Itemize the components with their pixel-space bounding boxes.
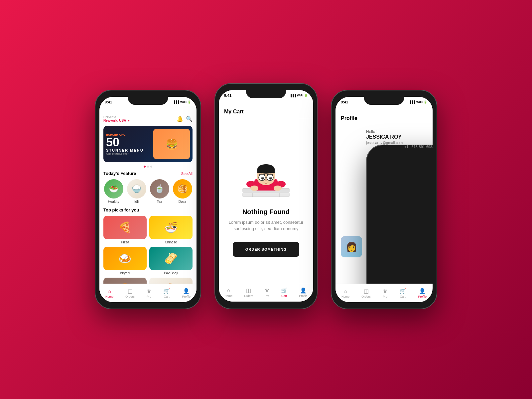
nav-cart-label-c: Cart xyxy=(281,294,287,298)
nav-cart-label-p: Cart xyxy=(400,295,406,298)
banner-dots xyxy=(103,166,193,168)
user-hello: Hello ! xyxy=(366,129,433,134)
wifi-icon-cart: WiFi xyxy=(297,94,303,97)
nav-profile[interactable]: 👤 Profile xyxy=(182,288,191,298)
signal-icon-cart: ▐▐▐ xyxy=(290,94,296,97)
nav-profile-label-p: Profile xyxy=(418,295,427,298)
profile-icon-c: 👤 xyxy=(300,287,307,294)
nav-home-p[interactable]: ⌂ Home xyxy=(341,288,349,298)
nav-cart-c[interactable]: 🛒 Cart xyxy=(281,287,288,298)
user-card: 👩 Hello ! JESSICA ROY jessicaroy@gmail.c… xyxy=(335,125,433,302)
svg-point-19 xyxy=(274,186,282,191)
food-card-pizza[interactable]: 🍕 Pizza xyxy=(103,216,147,244)
battery-icon-p: 🔋 xyxy=(424,100,427,104)
nav-profile-c[interactable]: 👤 Profile xyxy=(299,287,308,298)
phone-cart: 9:41 ▐▐▐ WiFi 🔋 My Cart xyxy=(214,83,318,309)
dot-3[interactable] xyxy=(150,166,152,168)
nav-home-label: Home xyxy=(105,295,113,298)
nav-pro-p[interactable]: ♛ Pro xyxy=(383,288,387,298)
nav-cart[interactable]: 🛒 Cart xyxy=(163,288,170,298)
section-title-picks: Top picks for you xyxy=(103,207,139,212)
food-sq-pavbhaji: 🫔 xyxy=(149,247,193,270)
empty-cart-illustration xyxy=(236,155,296,208)
notch xyxy=(128,97,168,105)
phone-home-screen: 9:41 ▐▐▐ WiFi 🔋 Deliver to Newyork, USA … xyxy=(99,97,197,302)
pro-icon-c: ♛ xyxy=(265,287,269,294)
profile-page-title: Profile xyxy=(335,115,433,125)
phone-profile: 9:41 ▐▐▐ WiFi 🔋 Profile 👩 Hello ! JESSIC… xyxy=(331,90,437,309)
food-name-chinese: Chinese xyxy=(165,240,177,244)
nav-home[interactable]: ⌂ Home xyxy=(105,288,113,298)
dot-2[interactable] xyxy=(147,166,149,168)
nav-pro-c[interactable]: ♛ Pro xyxy=(265,287,269,298)
food-name-idli: Idli xyxy=(134,200,139,203)
svg-rect-1 xyxy=(243,193,289,197)
nav-pro-label-c: Pro xyxy=(265,294,269,298)
food-item-idli[interactable]: 🍚 Idli xyxy=(126,179,147,203)
nav-profile-label: Profile xyxy=(182,295,191,298)
cart-icon-c: 🛒 xyxy=(281,287,288,294)
home-icon-p: ⌂ xyxy=(344,288,347,294)
nav-cart-label: Cart xyxy=(164,295,170,298)
see-all-feature[interactable]: See All xyxy=(181,172,193,176)
food-circle-dosa: 🥞 xyxy=(173,179,192,199)
order-something-button[interactable]: ORDER SOMETHING xyxy=(233,242,299,257)
profile-icon: 👤 xyxy=(183,288,190,294)
nav-pro[interactable]: ♛ Pro xyxy=(147,288,151,298)
svg-point-16 xyxy=(271,177,272,178)
nav-pro-label-p: Pro xyxy=(383,295,387,298)
banner-number: 50 xyxy=(106,136,151,148)
orders-icon-p: ◫ xyxy=(364,288,369,294)
nav-home-c[interactable]: ⌂ Home xyxy=(224,288,232,298)
phone-profile-screen: 9:41 ▐▐▐ WiFi 🔋 Profile 👩 Hello ! JESSIC… xyxy=(335,97,433,302)
bottom-nav-cart: ⌂ Home ◫ Orders ♛ Pro 🛒 Cart 👤 Profile xyxy=(219,283,313,302)
user-email: jessicaroy@gmail.com xyxy=(366,141,433,145)
nothing-found-title: Nothing Found xyxy=(242,208,290,216)
picks-grid-1: 🍕 Pizza 🍜 Chinese 🍛 Biryani 🫔 Pav Bhaji xyxy=(103,216,193,275)
nav-profile-p[interactable]: 👤 Profile xyxy=(418,288,427,298)
food-item-tea[interactable]: 🍵 Tea xyxy=(149,179,170,203)
nav-orders-label-c: Orders xyxy=(244,294,253,298)
nav-orders-p[interactable]: ◫ Orders xyxy=(361,288,371,298)
nav-orders-label: Orders xyxy=(125,295,135,298)
food-item-dosa[interactable]: 🥞 Dosa xyxy=(172,179,193,203)
orders-icon: ◫ xyxy=(128,288,133,294)
search-icon[interactable]: 🔍 xyxy=(186,116,193,122)
banner-bg: BURGER KING 50 STUNNER MENU App exclusiv… xyxy=(103,126,193,162)
user-avatar: 👩 xyxy=(341,236,362,257)
time-home: 9:41 xyxy=(105,100,112,104)
wifi-icon: WiFi xyxy=(180,100,187,104)
food-sq-biryani: 🍛 xyxy=(103,247,147,270)
pro-icon: ♛ xyxy=(147,288,151,294)
cart-empty-area: Nothing Found Lorem ipsum dolor sit amet… xyxy=(219,119,313,292)
food-item-healthy[interactable]: 🥗 Healthy xyxy=(103,179,124,203)
nav-orders[interactable]: ◫ Orders xyxy=(125,288,135,298)
banner-title: STUNNER MENU xyxy=(106,148,151,152)
nothing-found-desc: Lorem ipsum dolor sit amet, consetetur s… xyxy=(225,219,307,232)
svg-rect-10 xyxy=(257,169,275,173)
food-name-dosa: Dosa xyxy=(179,200,186,203)
today-feature-header: Today's Feature See All xyxy=(103,171,193,176)
deliver-location[interactable]: Newyork, USA ▼ xyxy=(103,119,130,122)
orders-icon-c: ◫ xyxy=(246,287,251,294)
bottom-nav-profile: ⌂ Home ◫ Orders ♛ Pro 🛒 Cart 👤 Profile xyxy=(335,284,433,302)
food-card-chinese[interactable]: 🍜 Chinese xyxy=(149,216,193,244)
nav-cart-p[interactable]: 🛒 Cart xyxy=(399,288,406,298)
food-card-pavbhaji[interactable]: 🫔 Pav Bhaji xyxy=(149,247,193,275)
cart-icon-p: 🛒 xyxy=(399,288,406,294)
banner-area[interactable]: BURGER KING 50 STUNNER MENU App exclusiv… xyxy=(103,126,193,162)
dropdown-icon: ▼ xyxy=(127,119,130,122)
time-cart: 9:41 xyxy=(224,93,231,97)
svg-point-15 xyxy=(263,177,264,178)
food-card-biryani[interactable]: 🍛 Biryani xyxy=(103,247,147,275)
dot-1[interactable] xyxy=(144,166,146,168)
user-name: JESSICA ROY xyxy=(366,134,433,140)
profile-screen-content: Profile 👩 Hello ! JESSICA ROY jessicaroy… xyxy=(335,106,433,302)
food-name-biryani: Biryani xyxy=(120,271,130,275)
nav-orders-c[interactable]: ◫ Orders xyxy=(244,287,253,298)
nav-pro-label: Pro xyxy=(147,295,151,298)
bell-icon[interactable]: 🔔 xyxy=(177,116,183,122)
nav-profile-label-c: Profile xyxy=(299,294,308,298)
wifi-icon-p: WiFi xyxy=(416,100,423,104)
svg-point-18 xyxy=(250,186,258,191)
